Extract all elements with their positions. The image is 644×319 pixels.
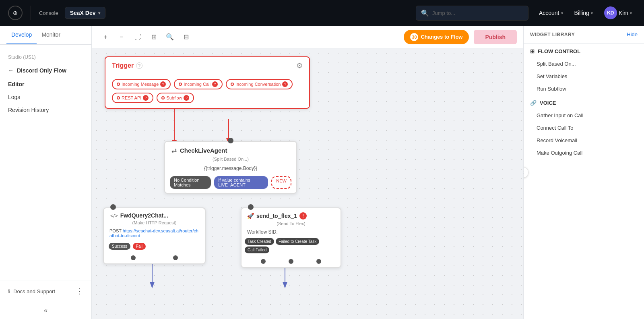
user-menu[interactable]: KD Kim ▾	[600, 4, 636, 22]
logo-button[interactable]: ⊕	[8, 6, 23, 20]
flow-control-icon: ⊞	[530, 48, 535, 54]
flow-name: Discord Only Flow	[17, 67, 66, 74]
sidebar-footer: ℹ Docs and Support ⋮	[0, 280, 91, 302]
collapse-widget-panel-button[interactable]: «	[523, 167, 528, 178]
sidebar: Develop Monitor Studio (US1) ← Discord O…	[0, 26, 92, 319]
fwd-dot-1	[131, 255, 136, 260]
account-label: Account	[539, 10, 559, 16]
send-dot-2	[289, 259, 293, 264]
send-icon: 🚀	[247, 213, 254, 219]
trigger-pill-subflow[interactable]: Subflow ?	[157, 93, 194, 103]
fwd-query-node[interactable]: </> FwdQuery2Chat... (Make HTTP Request)…	[103, 207, 206, 264]
navbar: ⊕ Console SeaX Dev ▾ 🔍 Account ▾ Billing…	[0, 0, 644, 26]
billing-menu[interactable]: Billing ▾	[570, 7, 597, 19]
incoming-conversation-info-icon: ?	[282, 81, 288, 87]
sidebar-item-logs[interactable]: Logs	[0, 91, 91, 104]
failed-create-task-pill[interactable]: Failed to Create Task	[276, 238, 319, 245]
fwd-dot-2	[173, 255, 178, 260]
live-agent-pill[interactable]: If value contains LIVE_AGENT	[214, 176, 268, 189]
no-condition-pill[interactable]: No Condition Matches	[170, 176, 211, 189]
more-options-button[interactable]: ⋮	[76, 287, 83, 296]
split-based-on-item[interactable]: Split Based On...	[524, 58, 644, 70]
grid-button[interactable]: ⊞	[147, 30, 161, 44]
voice-label: VOICE	[540, 100, 556, 106]
incoming-call-info-icon: ?	[212, 81, 218, 87]
connect-call-item[interactable]: Connect Call To	[524, 122, 644, 134]
fwd-node-body: POST https://seachat-dev.seasalt.ai/rout…	[104, 227, 205, 241]
trigger-pill-incoming-message[interactable]: Incoming Message ?	[112, 79, 171, 89]
sidebar-content: Studio (US1) ← Discord Only Flow Editor …	[0, 45, 91, 280]
trigger-pill-incoming-call[interactable]: Incoming Call ?	[174, 79, 223, 89]
table-button[interactable]: ⊟	[179, 30, 193, 44]
docs-and-support-link[interactable]: ℹ Docs and Support	[8, 288, 55, 294]
trigger-info-icon[interactable]: ?	[136, 62, 142, 69]
success-pill[interactable]: Success	[109, 243, 130, 250]
send-node-pills: Task Created Failed to Create Task Call …	[242, 236, 341, 257]
add-node-button[interactable]: +	[98, 30, 113, 44]
global-search[interactable]: 🔍	[416, 6, 528, 21]
flow-control-section: ⊞ FLOW CONTROL	[524, 44, 644, 58]
back-arrow-icon: ←	[8, 67, 14, 74]
logo-icon: ⊕	[13, 10, 18, 16]
task-created-pill[interactable]: Task Created	[245, 238, 274, 245]
sidebar-item-editor[interactable]: Editor	[0, 78, 91, 91]
widget-panel: « WIDGET LIBRARY Hide ⊞ FLOW CONTROL Spl…	[523, 26, 644, 319]
send-dot-1	[261, 259, 266, 264]
check-node-pills: No Condition Matches If value contains L…	[165, 174, 296, 193]
flow-control-label: FLOW CONTROL	[538, 48, 580, 54]
trigger-header: Trigger ? ⚙	[105, 57, 309, 74]
canvas-search-button[interactable]: 🔍	[163, 30, 177, 44]
flow-canvas[interactable]: Trigger ? ⚙ Incoming Message ? Incoming …	[92, 48, 523, 319]
set-variables-item[interactable]: Set Variables	[524, 70, 644, 83]
billing-chevron-icon: ▾	[591, 11, 593, 15]
canvas-toolbar: + − ⛶ ⊞ 🔍 ⊟ 30 Changes to Flow Publish	[92, 26, 523, 48]
changes-to-flow-button[interactable]: 30 Changes to Flow	[404, 30, 469, 44]
make-outgoing-call-item[interactable]: Make Outgoing Call	[524, 147, 644, 159]
account-menu[interactable]: Account ▾	[535, 7, 567, 19]
subflow-info-icon: ?	[184, 95, 189, 101]
voice-icon: 🔗	[530, 100, 537, 106]
publish-button[interactable]: Publish	[474, 30, 517, 44]
tab-monitor[interactable]: Monitor	[37, 26, 65, 44]
fwd-node-pills: Success Fail	[104, 241, 205, 254]
trigger-pill-incoming-conversation[interactable]: Incoming Conversation ?	[226, 79, 293, 89]
sidebar-item-revision[interactable]: Revision History	[0, 104, 91, 116]
trigger-settings-icon[interactable]: ⚙	[296, 61, 303, 70]
canvas-area: + − ⛶ ⊞ 🔍 ⊟ 30 Changes to Flow Publish	[92, 26, 523, 319]
navbar-divider	[31, 6, 31, 20]
fail-pill[interactable]: Fail	[133, 243, 146, 250]
back-to-flows[interactable]: ← Discord Only Flow	[0, 63, 91, 78]
navbar-right: Account ▾ Billing ▾ KD Kim ▾	[535, 4, 636, 22]
expand-button[interactable]: ⛶	[130, 30, 145, 44]
new-pill[interactable]: NEW	[271, 176, 291, 189]
account-chevron-icon: ▾	[561, 11, 563, 15]
check-node-body: {{trigger.message.Body}}	[165, 164, 296, 174]
rest-api-info-icon: ?	[143, 95, 149, 101]
record-voicemail-item[interactable]: Record Voicemail	[524, 134, 644, 147]
sidebar-collapse-button[interactable]: «	[0, 302, 91, 319]
sidebar-tabs: Develop Monitor	[0, 26, 91, 45]
send-dot-3	[316, 259, 321, 264]
search-input[interactable]	[432, 10, 523, 16]
split-icon: ⇄	[171, 147, 177, 154]
widget-panel-title: WIDGET LIBRARY	[530, 32, 575, 37]
tab-develop[interactable]: Develop	[6, 26, 37, 44]
hide-panel-button[interactable]: Hide	[627, 31, 638, 37]
incoming-message-info-icon: ?	[160, 81, 166, 87]
remove-node-button[interactable]: −	[114, 30, 129, 44]
check-live-agent-node[interactable]: ⇄ CheckLiveAgent (Split Based On...) {{t…	[164, 141, 297, 194]
send-flex-node[interactable]: 🚀 send_to_flex_1 ! (Send To Flex) Workfl…	[241, 207, 341, 268]
trigger-node[interactable]: Trigger ? ⚙ Incoming Message ? Incoming …	[105, 56, 310, 109]
fwd-node-input-dot	[110, 204, 116, 210]
send-node-header: 🚀 send_to_flex_1 !	[242, 208, 341, 221]
brand-name: SeaX Dev	[70, 10, 96, 16]
run-subflow-item[interactable]: Run Subflow	[524, 83, 644, 95]
brand-selector[interactable]: SeaX Dev ▾	[65, 7, 105, 19]
fwd-node-header: </> FwdQuery2Chat...	[104, 208, 205, 220]
billing-label: Billing	[574, 10, 589, 16]
gather-input-item[interactable]: Gather Input on Call	[524, 109, 644, 122]
call-failed-pill[interactable]: Call Failed	[245, 246, 269, 253]
send-node-error-icon: !	[299, 212, 307, 220]
trigger-pill-rest-api[interactable]: REST API ?	[112, 93, 153, 103]
check-node-input-dot	[228, 138, 233, 143]
